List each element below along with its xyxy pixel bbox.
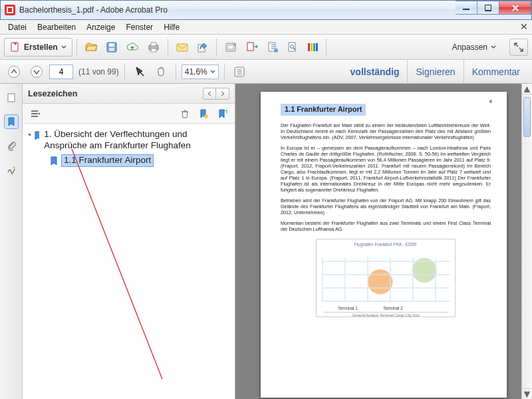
svg-rect-21 <box>311 43 313 51</box>
figure-caption: Flughafen Frankfurt FRA - EDDF <box>317 242 455 247</box>
svg-rect-28 <box>31 110 38 112</box>
close-document-icon[interactable]: ✕ <box>519 21 529 32</box>
menu-hilfe[interactable]: Hilfe <box>158 21 185 33</box>
menu-bar: Datei Bearbeiten Anzeige Fenster Hilfe ✕ <box>0 20 532 35</box>
mail-button[interactable] <box>172 38 192 57</box>
share-button[interactable] <box>194 38 212 57</box>
airport-map-figure: Flughafen Frankfurt FRA - EDDF Terminal … <box>316 239 456 317</box>
pane-link-comment[interactable]: Kommentar <box>464 60 528 84</box>
figure-terminal2-label: Terminal 2 <box>383 306 403 311</box>
edit-button[interactable] <box>263 38 282 57</box>
attachments-icon[interactable] <box>4 138 19 153</box>
paragraph: Momentan besteht der Frankfurter Flughaf… <box>281 220 491 232</box>
hand-tool-button[interactable] <box>152 63 170 81</box>
page-total-label: (11 von 99) <box>78 67 119 76</box>
app-icon <box>5 5 15 15</box>
zoom-select[interactable]: 41,6% <box>182 65 219 79</box>
svg-line-32 <box>72 149 162 379</box>
scroll-up-icon[interactable]: ▲ <box>522 84 532 94</box>
bookmark-next-button[interactable] <box>216 88 229 100</box>
maximize-button[interactable] <box>477 1 499 15</box>
svg-rect-1 <box>463 9 469 10</box>
svg-rect-15 <box>247 43 253 51</box>
toolbar-navigation: (11 von 99) 41,6% vollständig Signieren … <box>0 60 532 84</box>
thumbnails-icon[interactable] <box>4 90 19 105</box>
figure-footer: General Aviation Terminal Cargo City Süd <box>323 312 448 318</box>
svg-rect-30 <box>31 116 38 117</box>
save-button[interactable] <box>102 38 121 57</box>
menu-fenster[interactable]: Fenster <box>120 21 158 33</box>
svg-point-24 <box>9 66 20 77</box>
disclosure-icon[interactable] <box>27 132 31 138</box>
svg-rect-10 <box>177 44 188 51</box>
zoom-value: 41,6% <box>185 67 207 76</box>
fullscreen-button[interactable] <box>509 39 528 56</box>
bookmark-item-root[interactable]: 1. Übersicht der Verflechtungen und Ansp… <box>27 128 231 153</box>
paragraph: Betrieben wird der Frankfurter Flughafen… <box>281 198 491 215</box>
create-label: Erstellen <box>24 43 58 52</box>
pdf-page: 4 1.1 Frankfurter Airport Der Flughafen … <box>261 92 507 398</box>
create-button[interactable]: Erstellen <box>4 38 72 57</box>
print-button[interactable] <box>144 38 164 57</box>
properties-button[interactable] <box>283 38 302 57</box>
close-button[interactable] <box>499 1 531 15</box>
bookmark-label: 1. Übersicht der Verflechtungen und Ansp… <box>42 129 231 152</box>
window-title: Bachelorthesis_1.pdf - Adobe Acrobat Pro <box>19 5 168 15</box>
vertical-scrollbar[interactable]: ▲ ▼ <box>521 84 532 399</box>
select-tool-button[interactable] <box>130 63 149 81</box>
svg-rect-6 <box>109 48 114 51</box>
paragraph: In Europa ist er – gemessen an dem Passa… <box>281 145 491 193</box>
svg-rect-20 <box>308 43 310 51</box>
side-nav-strip <box>0 84 23 399</box>
scroll-thumb[interactable] <box>523 97 531 137</box>
color-button[interactable] <box>303 38 322 57</box>
figure-terminal1-label: Terminal 1 <box>338 306 358 311</box>
svg-rect-2 <box>485 5 491 11</box>
page-down-button[interactable] <box>27 63 47 81</box>
customize-button[interactable]: Anpassen <box>447 39 501 56</box>
bookmark-item-child[interactable]: 1.1 Frankfurter Airport <box>49 153 231 168</box>
page-heading: 1.1 Frankfurter Airport <box>281 104 366 116</box>
page-up-button[interactable] <box>4 63 24 81</box>
svg-point-17 <box>274 49 278 53</box>
pane-link-full[interactable]: vollständig <box>342 60 408 84</box>
svg-point-25 <box>31 66 43 77</box>
menu-bearbeiten[interactable]: Bearbeiten <box>32 21 81 33</box>
svg-rect-18 <box>289 43 295 51</box>
pane-link-sign[interactable]: Signieren <box>407 60 463 84</box>
bookmark-icon <box>33 131 39 140</box>
menu-datei[interactable]: Datei <box>3 21 32 33</box>
open-button[interactable] <box>81 38 101 57</box>
minimize-button[interactable] <box>456 1 477 15</box>
bookmarks-panel: Lesezeichen 1. Übersicht der Verflechtun… <box>23 84 235 399</box>
delete-bookmark-button[interactable] <box>178 106 192 121</box>
page-number-input[interactable] <box>49 65 73 79</box>
new-bookmark-button[interactable] <box>196 106 211 121</box>
bookmarks-icon[interactable] <box>4 114 19 129</box>
svg-rect-13 <box>228 45 233 49</box>
toolbar-main: Erstellen Anpassen <box>0 35 532 60</box>
svg-rect-5 <box>109 43 114 47</box>
tools-button[interactable] <box>230 63 249 81</box>
svg-rect-8 <box>151 43 156 46</box>
document-view[interactable]: 4 1.1 Frankfurter Airport Der Flughafen … <box>235 84 532 399</box>
new-bookmark-from-structure-button[interactable] <box>215 106 229 121</box>
bookmark-prev-button[interactable] <box>203 88 216 100</box>
bookmark-icon <box>49 156 59 166</box>
scroll-down-icon[interactable]: ▼ <box>522 388 532 399</box>
svg-point-31 <box>204 114 208 118</box>
bookmark-label: 1.1 Frankfurter Airport <box>61 154 154 167</box>
svg-rect-23 <box>316 43 318 51</box>
bookmark-options-button[interactable] <box>28 106 43 121</box>
signatures-icon[interactable] <box>4 162 19 177</box>
menu-anzeige[interactable]: Anzeige <box>81 21 120 33</box>
page-number: 4 <box>489 98 492 105</box>
svg-rect-9 <box>151 49 156 52</box>
svg-rect-27 <box>8 94 15 102</box>
svg-rect-22 <box>313 43 315 51</box>
convert-button[interactable] <box>242 38 262 57</box>
window-titlebar: Bachelorthesis_1.pdf - Adobe Acrobat Pro <box>0 0 532 20</box>
cloud-button[interactable] <box>122 38 142 57</box>
scan-button[interactable] <box>221 38 241 57</box>
paragraph: Der Flughafen Frankfurt am Main zählt zu… <box>281 122 491 140</box>
